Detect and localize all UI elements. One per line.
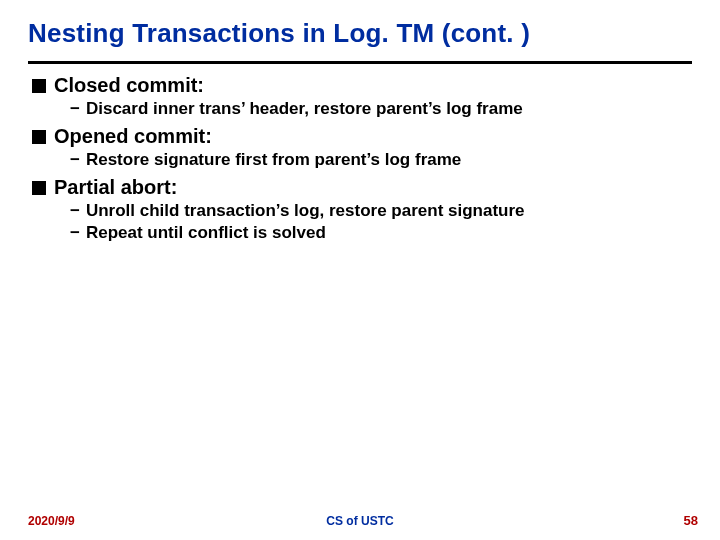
- section-point: Discard inner trans’ header, restore par…: [86, 99, 523, 119]
- footer-date: 2020/9/9: [28, 514, 75, 528]
- bullet-level1: Partial abort:: [32, 176, 692, 199]
- section-point: Repeat until conflict is solved: [86, 223, 326, 243]
- section-point: Unroll child transaction’s log, restore …: [86, 201, 525, 221]
- bullet-level2: − Repeat until conflict is solved: [70, 223, 692, 243]
- dash-bullet-icon: −: [70, 223, 80, 243]
- dash-bullet-icon: −: [70, 201, 80, 221]
- page-title: Nesting Transactions in Log. TM (cont. ): [28, 18, 692, 59]
- section-heading: Opened commit:: [54, 125, 212, 148]
- bullet-level2: − Unroll child transaction’s log, restor…: [70, 201, 692, 221]
- bullet-level2: − Discard inner trans’ header, restore p…: [70, 99, 692, 119]
- square-bullet-icon: [32, 79, 46, 93]
- slide: Nesting Transactions in Log. TM (cont. )…: [0, 0, 720, 540]
- footer-page-number: 58: [684, 513, 698, 528]
- bullet-level2: − Restore signature first from parent’s …: [70, 150, 692, 170]
- footer-affiliation: CS of USTC: [326, 514, 393, 528]
- bullet-level1: Opened commit:: [32, 125, 692, 148]
- title-rule: [28, 61, 692, 64]
- square-bullet-icon: [32, 181, 46, 195]
- square-bullet-icon: [32, 130, 46, 144]
- section-heading: Closed commit:: [54, 74, 204, 97]
- dash-bullet-icon: −: [70, 99, 80, 119]
- slide-body: Closed commit: − Discard inner trans’ he…: [28, 74, 692, 243]
- slide-footer: 2020/9/9 CS of USTC 58: [0, 508, 720, 528]
- section-point: Restore signature first from parent’s lo…: [86, 150, 461, 170]
- bullet-level1: Closed commit:: [32, 74, 692, 97]
- section-heading: Partial abort:: [54, 176, 177, 199]
- dash-bullet-icon: −: [70, 150, 80, 170]
